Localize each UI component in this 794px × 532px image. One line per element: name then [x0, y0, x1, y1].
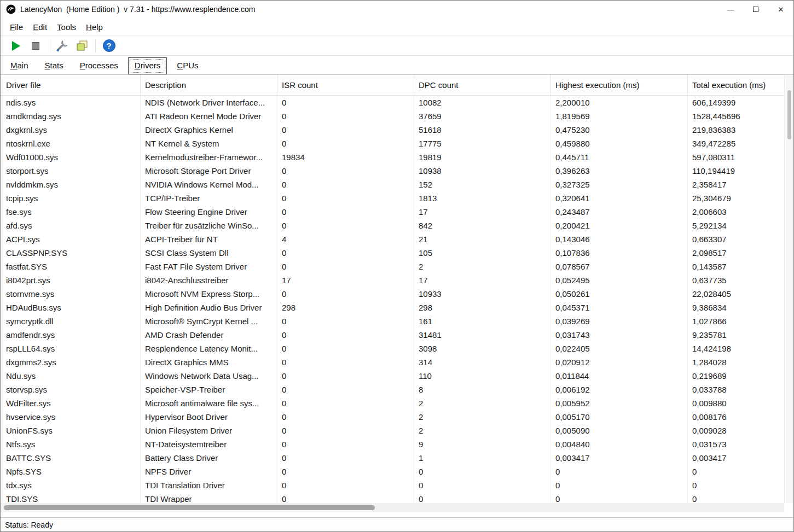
table-row[interactable]: Wdf01000.sys Kernelmodustreiber-Framewor…: [1, 150, 793, 164]
driver-file-cell: fse.sys: [1, 205, 141, 219]
tab-stats[interactable]: Stats: [38, 57, 70, 74]
table-row[interactable]: rspLLL64.sys Resplendence Latency Monit.…: [1, 342, 793, 355]
table-row[interactable]: dxgmms2.sys DirectX Graphics MMS 0 314 0…: [1, 355, 793, 369]
isr-count-cell: 0: [277, 260, 414, 273]
dpc-count-cell: 298: [414, 301, 551, 314]
tab-drivers-label: Drivers: [135, 61, 161, 70]
close-button[interactable]: ✕: [768, 1, 793, 18]
description-cell: Resplendence Latency Monit...: [141, 342, 277, 355]
table-row[interactable]: Ndu.sys Windows Network Data Usag... 0 1…: [1, 369, 793, 383]
total-execution-cell: 1528,445696: [688, 109, 793, 123]
description-cell: Fast FAT File System Driver: [141, 260, 277, 273]
isr-count-cell: 0: [277, 451, 414, 465]
highest-execution-cell: 0,327325: [551, 178, 688, 191]
column-header-isr-count[interactable]: ISR count: [277, 75, 414, 95]
driver-file-cell: amdfendr.sys: [1, 328, 141, 342]
highest-execution-cell: 0,107836: [551, 246, 688, 260]
menu-tools[interactable]: Tools: [52, 20, 81, 34]
isr-count-cell: 0: [277, 96, 414, 109]
menu-help[interactable]: Help: [81, 20, 108, 34]
isr-count-cell: 0: [277, 492, 414, 503]
table-row[interactable]: amdfendr.sys AMD Crash Defender 0 31481 …: [1, 328, 793, 342]
table-row[interactable]: tdx.sys TDI Translation Driver 0 0 0 0: [1, 478, 793, 492]
vertical-scrollbar[interactable]: [784, 75, 793, 503]
column-header-dpc-count[interactable]: DPC count: [414, 75, 551, 95]
menu-file[interactable]: File: [5, 20, 28, 34]
table-row[interactable]: storvsp.sys Speicher-VSP-Treiber 0 8 0,0…: [1, 383, 793, 396]
table-row[interactable]: Ntfs.sys NT-Dateisystemtreiber 0 9 0,004…: [1, 437, 793, 451]
menu-edit[interactable]: Edit: [28, 20, 52, 34]
table-row[interactable]: dxgkrnl.sys DirectX Graphics Kernel 0 51…: [1, 123, 793, 137]
table-row[interactable]: UnionFS.sys Union Filesystem Driver 0 2 …: [1, 424, 793, 437]
column-header-total-execution[interactable]: Total execution (ms): [688, 75, 793, 95]
menu-help-label: Help: [86, 22, 103, 32]
description-cell: Union Filesystem Driver: [141, 424, 277, 437]
table-row[interactable]: BATTC.SYS Battery Class Driver 0 1 0,003…: [1, 451, 793, 465]
vertical-scrollbar-thumb[interactable]: [787, 90, 791, 139]
driver-file-cell: Ndu.sys: [1, 369, 141, 383]
total-execution-cell: 0,637735: [688, 273, 793, 287]
table-row[interactable]: CLASSPNP.SYS SCSI Class System Dll 0 105…: [1, 246, 793, 260]
start-monitor-button[interactable]: [7, 38, 25, 54]
column-header-highest-execution[interactable]: Highest execution (ms): [551, 75, 688, 95]
description-cell: Microsoft® SymCrypt Kernel ...: [141, 314, 277, 328]
table-row[interactable]: amdkmdag.sys ATI Radeon Kernel Mode Driv…: [1, 109, 793, 123]
total-execution-cell: 597,080311: [688, 150, 793, 164]
maximize-button[interactable]: [743, 1, 768, 18]
highest-execution-cell: 0,143046: [551, 232, 688, 246]
table-row[interactable]: nvlddmkm.sys NVIDIA Windows Kernel Mod..…: [1, 178, 793, 191]
dpc-count-cell: 105: [414, 246, 551, 260]
options-button[interactable]: [54, 38, 71, 54]
stop-monitor-button[interactable]: [27, 38, 44, 54]
table-row[interactable]: fse.sys Flow Steering Engine Driver 0 17…: [1, 205, 793, 219]
isr-count-cell: 0: [277, 287, 414, 301]
isr-count-cell: 0: [277, 137, 414, 150]
highest-execution-cell: 0,045371: [551, 301, 688, 314]
table-row[interactable]: WdFilter.sys Microsoft antimalware file …: [1, 396, 793, 410]
dpc-count-cell: 152: [414, 178, 551, 191]
table-row[interactable]: afd.sys Treiber für zusätzliche WinSo...…: [1, 219, 793, 232]
table-row[interactable]: stornvme.sys Microsoft NVM Express Storp…: [1, 287, 793, 301]
description-cell: SCSI Class System Dll: [141, 246, 277, 260]
tab-main[interactable]: Main: [4, 57, 35, 74]
total-execution-cell: 2,358417: [688, 178, 793, 191]
table-row[interactable]: storport.sys Microsoft Storage Port Driv…: [1, 164, 793, 178]
isr-count-cell: 0: [277, 246, 414, 260]
table-row[interactable]: symcryptk.dll Microsoft® SymCrypt Kernel…: [1, 314, 793, 328]
minimize-button[interactable]: —: [718, 1, 743, 18]
driver-file-cell: fastfat.SYS: [1, 260, 141, 273]
table-row[interactable]: fastfat.SYS Fast FAT File System Driver …: [1, 260, 793, 273]
highest-execution-cell: 0,475230: [551, 123, 688, 137]
driver-file-cell: tcpip.sys: [1, 191, 141, 205]
horizontal-scrollbar-thumb[interactable]: [4, 505, 375, 510]
copy-report-button[interactable]: [73, 38, 91, 54]
table-row[interactable]: TDI.SYS TDI Wrapper 0 0 0 0: [1, 492, 793, 503]
column-header-description[interactable]: Description: [141, 75, 277, 95]
highest-execution-cell: 0,445711: [551, 150, 688, 164]
table-row[interactable]: i8042prt.sys i8042-Anschlusstreiber 17 1…: [1, 273, 793, 287]
table-row[interactable]: HDAudBus.sys High Definition Audio Bus D…: [1, 301, 793, 314]
column-header-driver-file[interactable]: Driver file: [1, 75, 141, 95]
total-execution-cell: 0: [688, 478, 793, 492]
driver-file-cell: hvservice.sys: [1, 410, 141, 424]
tab-processes-label: Processes: [80, 61, 118, 70]
table-row[interactable]: ntoskrnl.exe NT Kernel & System 0 17775 …: [1, 137, 793, 150]
table-row[interactable]: hvservice.sys Hypervisor Boot Driver 0 2…: [1, 410, 793, 424]
dpc-count-cell: 10938: [414, 164, 551, 178]
tab-drivers[interactable]: Drivers: [128, 57, 167, 74]
tab-processes[interactable]: Processes: [73, 57, 125, 74]
driver-file-cell: ndis.sys: [1, 96, 141, 109]
horizontal-scrollbar[interactable]: [1, 503, 784, 512]
description-cell: Kernelmodustreiber-Framewor...: [141, 150, 277, 164]
table-row[interactable]: ndis.sys NDIS (Network Driver Interface.…: [1, 96, 793, 109]
tabbar: Main Stats Processes Drivers CPUs: [1, 56, 793, 74]
dpc-count-cell: 51618: [414, 123, 551, 137]
tab-cpus[interactable]: CPUs: [170, 57, 205, 74]
dpc-count-cell: 9: [414, 437, 551, 451]
table-row[interactable]: tcpip.sys TCP/IP-Treiber 0 1813 0,320641…: [1, 191, 793, 205]
help-button[interactable]: ?: [100, 38, 118, 54]
table-row[interactable]: ACPI.sys ACPI-Treiber für NT 4 21 0,1430…: [1, 232, 793, 246]
table-row[interactable]: Npfs.SYS NPFS Driver 0 0 0 0: [1, 465, 793, 478]
highest-execution-cell: 0,006192: [551, 383, 688, 396]
highest-execution-cell: 2,200010: [551, 96, 688, 109]
